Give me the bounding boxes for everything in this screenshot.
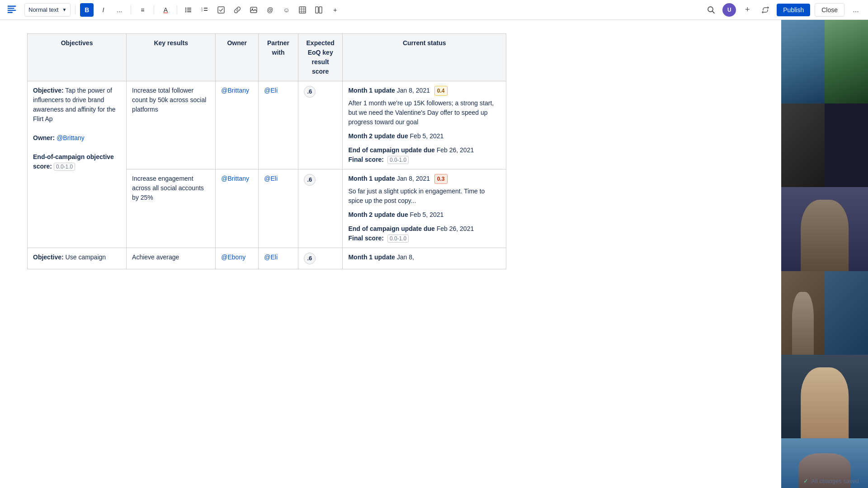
svg-rect-18 (316, 7, 318, 13)
objective-2-label: Objective: (33, 253, 64, 261)
kr1-eoc-label: End of campaign update due Feb 26, 2021 (348, 145, 500, 155)
kr2-m1-score: 0.3 (434, 174, 448, 184)
svg-rect-3 (187, 9, 191, 10)
kr1-m1-label: Month 1 update (348, 87, 395, 94)
svg-rect-7 (204, 8, 208, 9)
header-status: Current status (343, 34, 506, 81)
kr2-cell: Increase engagement across all social ac… (127, 169, 216, 248)
kr1-cell: Increase total follower count by 50k acr… (127, 81, 216, 169)
kr1-owner: @Brittany (216, 81, 259, 169)
video-cell-5[interactable] (781, 271, 825, 355)
text-style-dropdown[interactable]: Normal text ▼ (24, 3, 71, 17)
owner-label: Owner: (33, 134, 55, 141)
numbered-list-button[interactable]: 1.2. (198, 3, 212, 17)
kr3-expected: .6 (298, 248, 343, 269)
kr3-cell: Achieve average (127, 248, 216, 269)
kr2-status: Month 1 update Jan 8, 2021 0.3 So far ju… (343, 169, 506, 248)
kr2-final-score: Final score: 0.0-1.0 (348, 234, 500, 243)
svg-point-2 (185, 9, 187, 10)
kr3-status: Month 1 update Jan 8, (343, 248, 506, 269)
video-cell-4-large[interactable] (781, 187, 868, 271)
kr1-m1-score: 0.4 (434, 86, 448, 96)
kr3-owner-mention[interactable]: @Ebony (221, 253, 245, 261)
insert-button[interactable]: + (328, 3, 342, 17)
svg-rect-13 (299, 7, 306, 13)
main-area: Objectives Key results Owner Partner wit… (0, 20, 868, 488)
owner-mention[interactable]: @Brittany (57, 134, 85, 141)
emoji-button[interactable]: ☺ (279, 3, 293, 17)
kr2-m1-date: Jan 8, 2021 (397, 175, 430, 182)
link-button[interactable] (231, 3, 244, 17)
video-cell-1[interactable] (781, 20, 825, 103)
chevron-down-icon: ▼ (62, 7, 66, 12)
kr3-m1-date: Jan 8, (397, 253, 414, 261)
separator (75, 5, 75, 14)
svg-text:2.: 2. (201, 9, 203, 12)
okr-table: Objectives Key results Owner Partner wit… (27, 33, 506, 269)
kr1-final-score-value: 0.0-1.0 (387, 156, 409, 164)
editor-area[interactable]: Objectives Key results Owner Partner wit… (0, 20, 781, 488)
video-cell-2[interactable] (825, 20, 868, 103)
kr2-m1-label: Month 1 update (348, 175, 395, 182)
check-icon: ✓ (803, 478, 808, 484)
kr2-owner-mention[interactable]: @Brittany (221, 175, 249, 182)
kr1-m2-label: Month 2 update due Feb 5, 2021 (348, 131, 500, 141)
separator (177, 5, 177, 14)
mention-button[interactable]: @ (263, 3, 277, 17)
kr3-partner: @Eli (259, 248, 298, 269)
kr3-partner-mention[interactable]: @Eli (264, 253, 278, 261)
video-cell-3[interactable] (781, 103, 825, 187)
header-keyresults: Key results (127, 34, 216, 81)
kr1-status: Month 1 update Jan 8, 2021 0.4 After 1 m… (343, 81, 506, 169)
kr2-final-score-value: 0.0-1.0 (387, 235, 409, 243)
more-formatting-button[interactable]: ... (113, 3, 126, 17)
bold-button[interactable]: B (80, 3, 94, 17)
kr1-partner-mention[interactable]: @Eli (264, 87, 278, 94)
status-text: All changes saved (811, 478, 859, 484)
close-button[interactable]: Close (815, 3, 844, 17)
kr1-owner-mention[interactable]: @Brittany (221, 87, 249, 94)
kr1-m1-body: After 1 month we're up 15K followers; a … (348, 99, 500, 127)
kr2-partner: @Eli (259, 169, 298, 248)
kr1-partner: @Eli (259, 81, 298, 169)
svg-rect-10 (218, 7, 224, 13)
layout-button[interactable] (312, 3, 326, 17)
svg-rect-9 (204, 10, 208, 11)
svg-rect-5 (187, 11, 191, 12)
status-bar: ✓ All changes saved (794, 474, 868, 488)
bullet-list-button[interactable] (182, 3, 195, 17)
search-button[interactable] (704, 3, 718, 17)
align-button[interactable]: ≡ (136, 3, 149, 17)
kr2-m1-body: So far just a slight uptick in engagemen… (348, 187, 500, 206)
more-options-button[interactable]: ... (849, 3, 863, 17)
kr1-expected-score: .6 (304, 86, 316, 98)
kr1-m1-date: Jan 8, 2021 (397, 87, 430, 94)
table-row: Objective: Use campaign Achieve average … (28, 248, 506, 269)
kr2-expected: .6 (298, 169, 343, 248)
video-panel (781, 20, 868, 488)
kr2-expected-score: .6 (304, 174, 316, 186)
image-button[interactable] (247, 3, 260, 17)
header-owner: Owner (216, 34, 259, 81)
table-button[interactable] (296, 3, 309, 17)
italic-button[interactable]: I (96, 3, 110, 17)
share-button[interactable] (759, 3, 772, 17)
video-cell-7-large[interactable] (781, 355, 868, 438)
objective-cell-1: Objective: Tap the power of influencers … (28, 81, 127, 248)
kr2-partner-mention[interactable]: @Eli (264, 175, 278, 182)
color-button[interactable]: A (159, 3, 172, 17)
kr3-expected-score: .6 (304, 253, 316, 264)
objective-cell-2: Objective: Use campaign (28, 248, 127, 269)
add-button[interactable]: + (741, 3, 754, 17)
user-avatar[interactable]: U (722, 3, 736, 17)
kr1-final-score: Final score: 0.0-1.0 (348, 155, 500, 164)
publish-button[interactable]: Publish (777, 4, 810, 16)
checkbox-button[interactable] (214, 3, 228, 17)
kr3-owner: @Ebony (216, 248, 259, 269)
separator (131, 5, 131, 14)
app-logo (5, 4, 18, 16)
svg-rect-19 (319, 7, 322, 13)
video-cell-6[interactable] (825, 271, 868, 355)
kr2-m2-label: Month 2 update due Feb 5, 2021 (348, 210, 500, 220)
kr2-owner: @Brittany (216, 169, 259, 248)
